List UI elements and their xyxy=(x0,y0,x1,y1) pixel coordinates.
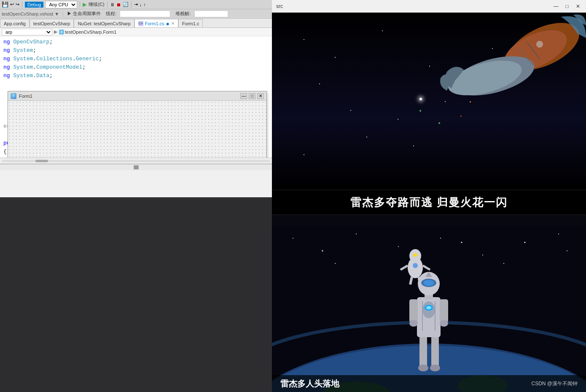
src-image-content: 雷杰多夺路而逃 归曼火花一闪 xyxy=(272,13,586,392)
svg-point-15 xyxy=(558,234,559,234)
tab-appconfig[interactable]: App.config xyxy=(0,19,30,27)
svg-point-29 xyxy=(413,253,417,257)
toolbar-separator xyxy=(22,2,22,8)
continue-label[interactable]: 继续(C) xyxy=(89,1,104,8)
horizontal-scrollbar[interactable] xyxy=(0,158,272,164)
form1-window-controls: — □ ✕ xyxy=(240,93,264,99)
code-line-5: ng System.Data; xyxy=(3,72,270,80)
form1-minimize-button[interactable]: — xyxy=(240,93,247,99)
tab-testopencvsharp[interactable]: testOpenCvSharp xyxy=(30,19,74,27)
form1cs-modified-dot: ● xyxy=(166,20,169,27)
lifecycle-label[interactable]: ▶ 生命周期事件 xyxy=(67,11,101,17)
form1-maximize-button[interactable]: □ xyxy=(249,93,255,99)
src-image-top xyxy=(272,13,586,190)
class-icon: ♦ xyxy=(59,30,64,35)
svg-point-49 xyxy=(424,280,434,286)
form1-close-button[interactable]: ✕ xyxy=(257,93,264,99)
step-in-icon[interactable]: ↓ xyxy=(140,2,142,7)
star-5 xyxy=(350,110,351,111)
stop-icon[interactable]: ⏹ xyxy=(116,2,121,7)
play-button[interactable]: ▶ xyxy=(83,1,87,8)
star-4 xyxy=(319,83,320,84)
src-title: src xyxy=(276,3,549,9)
thread-dropdown[interactable] xyxy=(120,11,170,17)
undo-icon[interactable]: ↩ xyxy=(10,2,14,7)
form1-designer-body[interactable]: button1 xyxy=(8,101,266,158)
watermark-text: CSDN @溪午不闻钟 xyxy=(531,380,578,387)
step-over-icon[interactable]: ⇥ xyxy=(134,2,138,7)
cpu-dropdown[interactable]: Any CPU xyxy=(45,1,77,8)
lower-scroll-thumb[interactable] xyxy=(134,165,139,169)
step-out-icon[interactable]: ↑ xyxy=(143,2,146,7)
subtitle-bar-bottom: 雷杰多人头落地 CSDN @溪午不闻钟 xyxy=(272,375,586,392)
src-maximize-button[interactable]: □ xyxy=(563,3,571,10)
vs-code-area[interactable]: ng OpenCvSharp; ng System; ng System.Col… xyxy=(0,36,272,158)
svg-rect-34 xyxy=(419,335,427,369)
vs-lower-panel xyxy=(0,164,272,197)
svg-rect-35 xyxy=(431,335,439,369)
vshost-label: testOpenCvSharp.vshost ▼ xyxy=(2,11,59,16)
save-icon[interactable]: 💾 xyxy=(2,1,8,8)
vs-tabs-row: App.config testOpenCvSharp NuGet: testOp… xyxy=(0,19,272,28)
tab-form1c[interactable]: Form1.c xyxy=(178,19,203,27)
stack-label: 堆栈帧: xyxy=(175,11,191,17)
scrollbar-thumb[interactable] xyxy=(35,160,48,162)
svg-point-9 xyxy=(322,250,323,252)
pause-icon[interactable]: ⏸ xyxy=(110,2,115,7)
star-1 xyxy=(304,39,304,40)
code-line-1: ng OpenCvSharp; xyxy=(3,38,270,46)
redo-icon[interactable]: ↪ xyxy=(16,2,19,7)
svg-point-41 xyxy=(426,306,431,309)
tab-form1cs[interactable]: C# Form1.cs ● ✕ xyxy=(134,19,178,27)
svg-point-45 xyxy=(440,320,448,327)
vs-lower-scrollbar[interactable] xyxy=(0,164,272,170)
vs-secondary-toolbar: testOpenCvSharp.vshost ▼ | ▶ 生命周期事件 线程: … xyxy=(0,9,272,19)
vs-breadcrumb: arp ▶ ♦ testOpenCvSharp.Form1 xyxy=(0,28,272,36)
star-10 xyxy=(366,137,367,137)
star-12 xyxy=(413,145,414,146)
svg-point-14 xyxy=(524,242,526,243)
vs-panel: 💾 ↩ ↪ Debug Any CPU ▶ 继续(C) ⏸ ⏹ 🔄 ⇥ ↓ ↑ … xyxy=(0,0,272,392)
form1-titlebar[interactable]: ☰ Form1 — □ ✕ xyxy=(8,91,266,101)
stack-dropdown[interactable] xyxy=(194,11,228,17)
code-line-4: ng System.ComponentModel; xyxy=(3,63,270,72)
svg-point-13 xyxy=(482,255,483,255)
thread-label: 线程: xyxy=(106,11,116,17)
tab-form1c-label: Form1.c xyxy=(182,21,199,26)
breadcrumb-class-path: testOpenCvSharp.Form1 xyxy=(65,30,116,35)
toolbar-separator-2 xyxy=(80,2,80,8)
svg-point-44 xyxy=(409,320,418,327)
breadcrumb-class: ♦ testOpenCvSharp.Form1 xyxy=(59,30,116,35)
form1-designer-window: ☰ Form1 — □ ✕ button1 xyxy=(8,91,267,158)
subtitle-bar-top: 雷杰多夺路而逃 归曼火花一闪 xyxy=(272,190,586,215)
scene-top xyxy=(272,13,586,190)
star-11 xyxy=(304,154,304,155)
subtitle-bottom-text: 雷杰多人头落地 xyxy=(280,378,339,389)
debug-button[interactable]: Debug xyxy=(25,2,43,8)
breadcrumb-separator: ▶ xyxy=(54,29,57,35)
tab-form1cs-close[interactable]: ✕ xyxy=(171,21,175,26)
tab-appconfig-label: App.config xyxy=(4,21,26,26)
form1-window-icon: ☰ xyxy=(11,93,16,99)
src-close-button[interactable]: ✕ xyxy=(574,3,582,10)
tab-nuget[interactable]: NuGet: testOpenCvSharp xyxy=(74,19,134,27)
toolbar-separator-3 xyxy=(107,2,108,8)
svg-point-19 xyxy=(461,242,462,243)
subtitle-top-text: 雷杰多夺路而逃 归曼火花一闪 xyxy=(350,195,508,210)
code-line-3: ng System.Collections.Generic; xyxy=(3,55,270,63)
svg-point-36 xyxy=(418,365,428,371)
toolbar-separator-4 xyxy=(131,2,132,8)
namespace-dropdown[interactable]: arp xyxy=(2,29,52,35)
tab-nuget-label: NuGet: testOpenCvSharp xyxy=(78,21,130,26)
src-minimize-button[interactable]: — xyxy=(552,3,560,10)
restart-icon[interactable]: 🔄 xyxy=(123,2,129,7)
svg-point-20 xyxy=(503,263,504,264)
src-panel: src — □ ✕ xyxy=(272,0,586,392)
code-line-2: ng System; xyxy=(3,46,270,55)
src-image-bottom: 雷杰多人头落地 CSDN @溪午不闻钟 xyxy=(272,215,586,392)
svg-point-11 xyxy=(398,246,399,247)
svg-point-17 xyxy=(335,263,336,264)
svg-point-6 xyxy=(536,41,543,48)
star-9 xyxy=(398,119,398,120)
svg-rect-43 xyxy=(440,299,448,322)
